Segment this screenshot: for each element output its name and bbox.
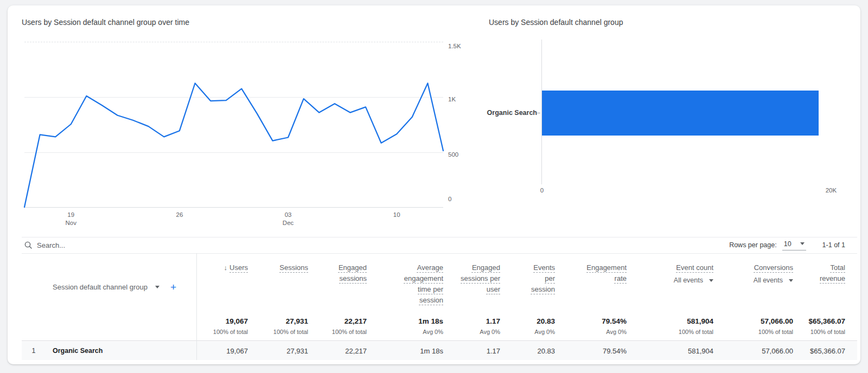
total-engaged-sessions-per-user: 1.17Avg 0% [443, 312, 500, 340]
total-value: $65,366.07 [793, 317, 845, 325]
total-event-count: 581,904100% of total [627, 312, 713, 340]
total-subtext: Avg 0% [555, 329, 627, 335]
line-chart-title: Users by Session default channel group o… [22, 18, 189, 27]
x-axis-tick: 26 [162, 211, 197, 219]
total-value: 19,067 [196, 317, 248, 325]
metric-filter-value: All events [754, 275, 783, 286]
column-header-users[interactable]: ↓Users [196, 253, 248, 312]
row-number-header [22, 253, 46, 312]
dimension-header-label: Session default channel group [53, 283, 148, 291]
cell-events-per-session: 20.83 [500, 347, 555, 355]
table-row[interactable]: 1Organic Search19,06727,93122,2171m 18s1… [22, 342, 857, 360]
total-value: 1m 18s [367, 317, 443, 325]
column-header-events-per-session[interactable]: Events per session [500, 253, 555, 312]
column-header-conversions[interactable]: ConversionsAll events [713, 253, 793, 312]
total-events-per-session: 20.83Avg 0% [500, 312, 555, 340]
add-dimension-icon[interactable]: + [170, 283, 176, 292]
total-value: 27,931 [248, 317, 308, 325]
column-header-label: Event count [676, 262, 713, 273]
line-chart-plot: 1.5K1K5000 19Nov2603Dec10 [24, 42, 443, 208]
x-axis-tick: 10 [379, 211, 414, 219]
total-total-revenue: $65,366.07100% of total [793, 312, 845, 340]
dimension-header[interactable]: Session default channel group + [46, 253, 196, 312]
report-card: Users by Session default channel group o… [8, 5, 860, 364]
cell-users: 19,067 [196, 347, 248, 355]
line-chart-section: Users by Session default channel group o… [8, 5, 485, 237]
x-axis-tick: 19Nov [54, 211, 88, 227]
column-header-engagement-rate[interactable]: Engagement rate [555, 253, 627, 312]
total-average-engagement-time-per-session: 1m 18sAvg 0% [367, 312, 443, 340]
total-value: 79.54% [555, 317, 627, 325]
total-value: 57,066.00 [713, 317, 793, 325]
cell-conversions: 57,066.00 [713, 347, 793, 355]
total-value: 20.83 [500, 317, 555, 325]
line-chart-svg [24, 42, 443, 208]
total-subtext: 100% of total [627, 329, 713, 335]
total-sessions: 27,931100% of total [248, 312, 308, 340]
column-header-label: Sessions [279, 262, 308, 273]
total-subtext: 100% of total [713, 329, 793, 335]
bar-category-label: Organic Search [485, 109, 537, 117]
y-axis-label: 0 [448, 196, 471, 202]
category-tick-mark [537, 113, 540, 113]
rows-per-page-label: Rows per page: [729, 241, 777, 249]
chevron-down-icon [800, 242, 805, 245]
dimension-value: Organic Search [46, 347, 196, 355]
cell-engagement-rate: 79.54% [555, 347, 627, 355]
column-header-label: Events per session [525, 262, 555, 295]
table-toolbar: Rows per page: 10 1-1 of 1 [8, 237, 860, 253]
y-axis-label: 1.5K [448, 43, 471, 49]
cell-event-count: 581,904 [627, 347, 713, 355]
total-subtext: 100% of total [196, 329, 248, 335]
total-engagement-rate: 79.54%Avg 0% [555, 312, 627, 340]
metric-filter-value: All events [674, 275, 703, 286]
sort-desc-icon: ↓ [224, 262, 228, 273]
total-engaged-sessions: 22,217100% of total [308, 312, 367, 340]
rows-per-page-select[interactable]: 10 [782, 240, 806, 250]
metric-filter-select[interactable]: All events [754, 275, 793, 286]
total-conversions: 57,066.00100% of total [713, 312, 793, 340]
chevron-down-icon [789, 279, 793, 282]
total-subtext: 100% of total [793, 329, 845, 335]
cell-total-revenue: $65,366.07 [793, 347, 845, 355]
rows-per-page-value: 10 [784, 240, 792, 248]
row-number: 1 [22, 347, 46, 355]
bar-chart-title: Users by Session default channel group [489, 18, 623, 27]
organic-search-bar [542, 91, 819, 136]
column-header-label: Conversions [754, 262, 793, 273]
total-value: 22,217 [308, 317, 367, 325]
users-trend-line [24, 83, 443, 208]
column-header-engaged-sessions[interactable]: Engaged sessions [308, 253, 367, 312]
bar-axis-label-max: 20K [826, 187, 837, 194]
bar-axis-label-min: 0 [540, 187, 544, 194]
column-header-event-count[interactable]: Event countAll events [627, 253, 713, 312]
column-header-total-revenue[interactable]: Total revenue [793, 253, 845, 312]
total-subtext: Avg 0% [500, 329, 555, 335]
column-divider [196, 253, 197, 360]
table-header-row: Session default channel group + ↓UsersSe… [22, 253, 853, 312]
total-users: 19,067100% of total [196, 312, 248, 340]
column-header-average-engagement-time-per-session[interactable]: Average engagement time per session [367, 253, 443, 312]
metric-filter-select[interactable]: All events [674, 275, 713, 286]
column-header-label: Total revenue [812, 262, 845, 284]
chevron-down-icon[interactable] [155, 286, 159, 288]
chevron-down-icon [709, 279, 713, 282]
pagination-controls: Rows per page: 10 1-1 of 1 [729, 237, 845, 253]
total-value: 581,904 [627, 317, 713, 325]
total-subtext: 100% of total [248, 329, 308, 335]
column-header-sessions[interactable]: Sessions [248, 253, 308, 312]
total-value: 1.17 [443, 317, 500, 325]
search-input[interactable] [37, 239, 265, 252]
y-axis-label: 1K [448, 96, 471, 102]
column-header-label: Engaged sessions [329, 262, 367, 284]
total-subtext: Avg 0% [367, 329, 443, 335]
column-header-engaged-sessions-per-user[interactable]: Engaged sessions per user [443, 253, 500, 312]
cell-sessions: 27,931 [248, 347, 308, 355]
total-subtext: Avg 0% [443, 329, 500, 335]
column-header-label: Users [229, 262, 248, 273]
search-icon [24, 241, 32, 249]
cell-engaged-sessions-per-user: 1.17 [443, 347, 500, 355]
column-header-label: Average engagement time per session [393, 262, 443, 306]
pagination-range-label: 1-1 of 1 [822, 241, 845, 249]
total-subtext: 100% of total [308, 329, 367, 335]
